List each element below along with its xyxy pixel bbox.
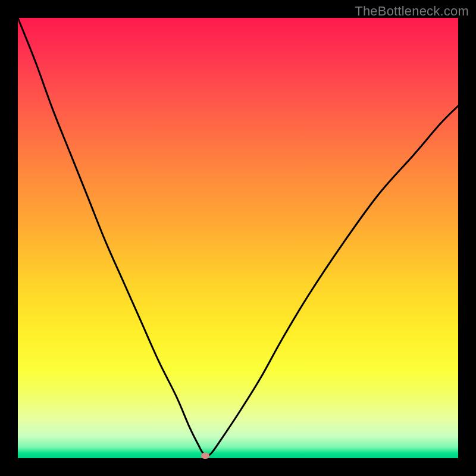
watermark-text: TheBottleneck.com (355, 4, 469, 19)
curve-svg (18, 18, 458, 458)
plot-area (18, 18, 458, 458)
bottleneck-curve (18, 18, 458, 456)
optimum-marker (201, 453, 209, 459)
